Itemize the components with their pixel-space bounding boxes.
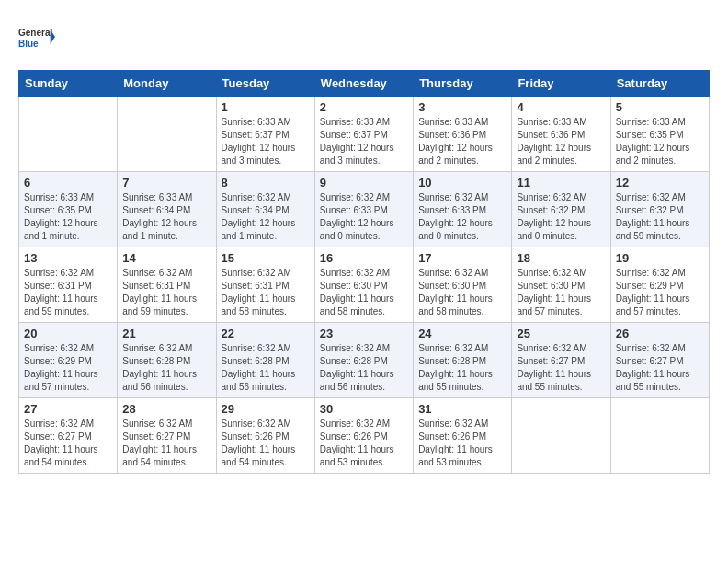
day-info: Sunrise: 6:33 AM Sunset: 6:37 PM Dayligh… (222, 116, 310, 167)
day-number: 14 (122, 251, 210, 265)
day-info: Sunrise: 6:32 AM Sunset: 6:26 PM Dayligh… (320, 418, 408, 469)
calendar-cell: 29Sunrise: 6:32 AM Sunset: 6:26 PM Dayli… (216, 398, 314, 474)
day-number: 11 (517, 176, 605, 190)
calendar-week-row: 27Sunrise: 6:32 AM Sunset: 6:27 PM Dayli… (19, 398, 710, 474)
calendar-weekday-wednesday: Wednesday (314, 71, 413, 97)
day-number: 6 (24, 176, 112, 190)
day-number: 10 (418, 176, 506, 190)
day-info: Sunrise: 6:33 AM Sunset: 6:36 PM Dayligh… (517, 116, 605, 167)
calendar-cell: 15Sunrise: 6:32 AM Sunset: 6:31 PM Dayli… (216, 247, 314, 323)
day-info: Sunrise: 6:32 AM Sunset: 6:32 PM Dayligh… (517, 191, 605, 243)
day-number: 26 (616, 327, 704, 340)
calendar-cell: 31Sunrise: 6:32 AM Sunset: 6:26 PM Dayli… (414, 398, 512, 474)
day-number: 30 (320, 402, 408, 416)
calendar-cell (610, 398, 709, 474)
calendar-cell: 17Sunrise: 6:32 AM Sunset: 6:30 PM Dayli… (414, 247, 512, 323)
day-info: Sunrise: 6:33 AM Sunset: 6:36 PM Dayligh… (418, 116, 506, 167)
day-info: Sunrise: 6:32 AM Sunset: 6:31 PM Dayligh… (222, 267, 310, 318)
calendar-cell: 6Sunrise: 6:33 AM Sunset: 6:35 PM Daylig… (19, 172, 118, 247)
calendar-cell: 1Sunrise: 6:33 AM Sunset: 6:37 PM Daylig… (216, 97, 314, 172)
calendar-week-row: 6Sunrise: 6:33 AM Sunset: 6:35 PM Daylig… (19, 172, 710, 247)
day-number: 31 (418, 402, 506, 416)
calendar-cell: 25Sunrise: 6:32 AM Sunset: 6:27 PM Dayli… (512, 323, 610, 398)
day-number: 25 (517, 327, 605, 340)
calendar-week-row: 1Sunrise: 6:33 AM Sunset: 6:37 PM Daylig… (19, 97, 710, 172)
day-info: Sunrise: 6:32 AM Sunset: 6:27 PM Dayligh… (24, 418, 112, 469)
day-number: 22 (222, 327, 310, 340)
day-number: 3 (418, 100, 506, 114)
svg-marker-2 (51, 29, 55, 44)
day-number: 21 (122, 327, 210, 340)
day-number: 28 (122, 402, 210, 416)
day-info: Sunrise: 6:32 AM Sunset: 6:26 PM Dayligh… (418, 418, 506, 469)
calendar-weekday-friday: Friday (512, 71, 610, 97)
day-number: 16 (320, 251, 408, 265)
calendar-cell: 26Sunrise: 6:32 AM Sunset: 6:27 PM Dayli… (610, 323, 709, 398)
calendar-cell: 10Sunrise: 6:32 AM Sunset: 6:33 PM Dayli… (414, 172, 512, 247)
calendar-cell: 19Sunrise: 6:32 AM Sunset: 6:29 PM Dayli… (610, 247, 709, 323)
day-info: Sunrise: 6:32 AM Sunset: 6:29 PM Dayligh… (24, 342, 112, 394)
day-info: Sunrise: 6:33 AM Sunset: 6:34 PM Dayligh… (122, 191, 210, 243)
day-number: 5 (616, 100, 704, 114)
day-number: 7 (122, 176, 210, 190)
day-number: 12 (616, 176, 704, 190)
calendar-cell: 13Sunrise: 6:32 AM Sunset: 6:31 PM Dayli… (19, 247, 118, 323)
day-info: Sunrise: 6:32 AM Sunset: 6:26 PM Dayligh… (222, 418, 310, 469)
day-number: 18 (517, 251, 605, 265)
day-info: Sunrise: 6:33 AM Sunset: 6:37 PM Dayligh… (320, 116, 408, 167)
calendar-cell: 16Sunrise: 6:32 AM Sunset: 6:30 PM Dayli… (314, 247, 413, 323)
calendar-weekday-sunday: Sunday (19, 71, 118, 97)
day-info: Sunrise: 6:32 AM Sunset: 6:30 PM Dayligh… (418, 267, 506, 318)
day-number: 8 (222, 176, 310, 190)
calendar-cell: 30Sunrise: 6:32 AM Sunset: 6:26 PM Dayli… (314, 398, 413, 474)
calendar-cell: 8Sunrise: 6:32 AM Sunset: 6:34 PM Daylig… (216, 172, 314, 247)
day-info: Sunrise: 6:32 AM Sunset: 6:27 PM Dayligh… (616, 342, 704, 394)
calendar-weekday-saturday: Saturday (610, 71, 709, 97)
day-number: 9 (320, 176, 408, 190)
calendar-cell: 5Sunrise: 6:33 AM Sunset: 6:35 PM Daylig… (610, 97, 709, 172)
svg-text:General: General (18, 28, 52, 38)
day-number: 2 (320, 100, 408, 114)
calendar-cell: 23Sunrise: 6:32 AM Sunset: 6:28 PM Dayli… (314, 323, 413, 398)
calendar-cell: 3Sunrise: 6:33 AM Sunset: 6:36 PM Daylig… (414, 97, 512, 172)
day-info: Sunrise: 6:32 AM Sunset: 6:27 PM Dayligh… (122, 418, 210, 469)
svg-text:Blue: Blue (18, 39, 39, 49)
page-header: General Blue (18, 18, 710, 55)
calendar-week-row: 20Sunrise: 6:32 AM Sunset: 6:29 PM Dayli… (19, 323, 710, 398)
calendar-cell (512, 398, 610, 474)
day-info: Sunrise: 6:32 AM Sunset: 6:31 PM Dayligh… (122, 267, 210, 318)
day-info: Sunrise: 6:32 AM Sunset: 6:28 PM Dayligh… (122, 342, 210, 394)
day-info: Sunrise: 6:32 AM Sunset: 6:34 PM Dayligh… (222, 191, 310, 243)
calendar-table: SundayMondayTuesdayWednesdayThursdayFrid… (18, 70, 710, 474)
calendar-cell (118, 97, 216, 172)
calendar-cell: 11Sunrise: 6:32 AM Sunset: 6:32 PM Dayli… (512, 172, 610, 247)
calendar-cell: 24Sunrise: 6:32 AM Sunset: 6:28 PM Dayli… (414, 323, 512, 398)
calendar-cell: 18Sunrise: 6:32 AM Sunset: 6:30 PM Dayli… (512, 247, 610, 323)
calendar-cell: 20Sunrise: 6:32 AM Sunset: 6:29 PM Dayli… (19, 323, 118, 398)
day-number: 17 (418, 251, 506, 265)
day-info: Sunrise: 6:32 AM Sunset: 6:32 PM Dayligh… (616, 191, 704, 243)
day-number: 23 (320, 327, 408, 340)
day-info: Sunrise: 6:32 AM Sunset: 6:31 PM Dayligh… (24, 267, 112, 318)
day-number: 24 (418, 327, 506, 340)
day-info: Sunrise: 6:32 AM Sunset: 6:28 PM Dayligh… (418, 342, 506, 394)
calendar-cell: 7Sunrise: 6:33 AM Sunset: 6:34 PM Daylig… (118, 172, 216, 247)
day-number: 15 (222, 251, 310, 265)
calendar-cell: 14Sunrise: 6:32 AM Sunset: 6:31 PM Dayli… (118, 247, 216, 323)
day-number: 13 (24, 251, 112, 265)
day-info: Sunrise: 6:32 AM Sunset: 6:28 PM Dayligh… (320, 342, 408, 394)
day-info: Sunrise: 6:33 AM Sunset: 6:35 PM Dayligh… (24, 191, 112, 243)
calendar-cell (19, 97, 118, 172)
day-number: 27 (24, 402, 112, 416)
calendar-cell: 9Sunrise: 6:32 AM Sunset: 6:33 PM Daylig… (314, 172, 413, 247)
day-info: Sunrise: 6:32 AM Sunset: 6:33 PM Dayligh… (418, 191, 506, 243)
calendar-cell: 22Sunrise: 6:32 AM Sunset: 6:28 PM Dayli… (216, 323, 314, 398)
calendar-weekday-tuesday: Tuesday (216, 71, 314, 97)
day-info: Sunrise: 6:32 AM Sunset: 6:33 PM Dayligh… (320, 191, 408, 243)
day-info: Sunrise: 6:32 AM Sunset: 6:30 PM Dayligh… (320, 267, 408, 318)
calendar-weekday-monday: Monday (118, 71, 216, 97)
general-blue-logo-icon: General Blue (18, 18, 55, 55)
day-number: 4 (517, 100, 605, 114)
day-info: Sunrise: 6:32 AM Sunset: 6:28 PM Dayligh… (222, 342, 310, 394)
day-info: Sunrise: 6:32 AM Sunset: 6:30 PM Dayligh… (517, 267, 605, 318)
